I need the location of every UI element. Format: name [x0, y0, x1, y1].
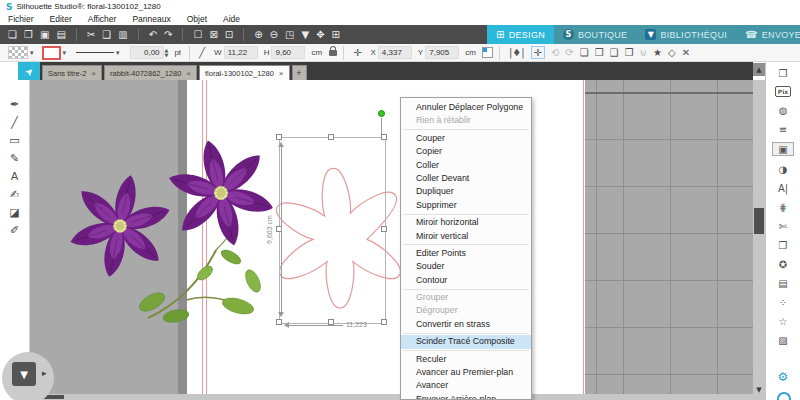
settings-gear-icon[interactable]: ⚙ [766, 370, 800, 384]
undo-icon[interactable]: ↶ [149, 30, 157, 40]
contrast-icon[interactable]: ◑ [773, 163, 793, 175]
cut-icon[interactable]: ✂ [87, 30, 95, 40]
select-same-icon[interactable]: ⊡ [225, 30, 233, 40]
height-input[interactable]: 9,60 [271, 46, 305, 59]
save-icon[interactable]: ▣ [40, 30, 49, 40]
trace-icon[interactable]: ▣ [772, 142, 794, 156]
menubar-item-aide[interactable]: Aide [215, 14, 248, 24]
context-menu-item[interactable]: Coller Devant [401, 172, 531, 185]
sketch-tool[interactable]: ✍ [0, 185, 29, 203]
line-tool[interactable]: ╱ [0, 113, 29, 131]
pan-icon[interactable]: ✥ [316, 30, 324, 40]
selection-handle[interactable] [381, 226, 387, 232]
line-style-select[interactable] [76, 52, 114, 53]
context-menu-item[interactable]: Coller [401, 159, 531, 172]
star-panel-icon[interactable]: ☆ [773, 315, 793, 327]
new-file-icon[interactable]: ❏ [8, 30, 17, 40]
context-menu-item[interactable]: Convertir en strass [401, 318, 531, 331]
line-style-dropdown-icon[interactable]: ▾ [116, 49, 120, 57]
pixscan-icon[interactable]: Pix [775, 86, 791, 97]
knife-panel-icon[interactable]: ✄ [773, 220, 793, 232]
context-menu-item[interactable]: Avancer [401, 379, 531, 392]
move-position-icon[interactable]: ✛ [353, 47, 361, 58]
horizontal-scrollbar[interactable] [30, 394, 753, 400]
selection-box[interactable] [279, 137, 386, 324]
line-color-swatch[interactable] [42, 46, 61, 60]
3d-box-icon[interactable]: ◇ [668, 47, 676, 58]
context-menu-item[interactable]: Couper [401, 132, 531, 145]
text-tool[interactable]: A [0, 167, 29, 185]
scroll-down-button[interactable]: ▼ [753, 383, 765, 396]
tab-close-icon[interactable]: × [186, 69, 191, 78]
text-style-icon[interactable]: A| [773, 182, 793, 194]
drag-zoom-icon[interactable]: ▼ [301, 30, 309, 40]
selection-handle[interactable] [328, 134, 334, 140]
delete-icon[interactable]: ✕ [682, 47, 690, 58]
vertical-scrollbar[interactable]: ▼ [753, 80, 765, 400]
line-segment-icon[interactable]: ╱ [199, 47, 205, 58]
zoom-selection-icon[interactable]: ◳ [285, 30, 294, 40]
x-position-input[interactable]: 4,337 [378, 46, 412, 59]
copy-icon[interactable]: ❑ [102, 30, 111, 40]
context-menu-item[interactable]: Annuler Déplacer Polygone [401, 101, 531, 114]
knife-tool[interactable]: ✐ [0, 221, 29, 239]
context-menu-item[interactable]: Editer Points [401, 247, 531, 260]
move-anchor-icon[interactable]: ✛ [531, 46, 545, 59]
open-file-icon[interactable]: ❒ [24, 30, 33, 40]
paste-icon[interactable]: ▥ [118, 30, 127, 40]
context-menu-item[interactable]: Contour [401, 274, 531, 287]
stroke-width-input[interactable]: 0,00 [130, 46, 164, 59]
vertical-scrollbar-thumb[interactable] [754, 208, 764, 234]
context-menu-item[interactable]: Miroir horizontal [401, 216, 531, 229]
deselect-icon[interactable]: ⊠ [209, 30, 217, 40]
document-tab[interactable]: Sans titre-2× [42, 65, 102, 80]
rectangle-tool[interactable]: ▭ [0, 131, 29, 149]
menubar-item-fichier[interactable]: Fichier [0, 14, 42, 24]
y-position-input[interactable]: 7,905 [425, 46, 459, 59]
context-menu-item[interactable]: Copier [401, 145, 531, 158]
scroll-up-button[interactable]: ▲ [753, 63, 765, 76]
line-color-dropdown-icon[interactable]: ▾ [63, 49, 67, 57]
tab-close-icon[interactable]: × [279, 69, 284, 78]
offset-icon[interactable]: ✪ [773, 258, 793, 270]
zoom-out-icon[interactable]: ⊖ [270, 30, 278, 40]
context-menu-item[interactable]: Supprimer [401, 199, 531, 212]
design-canvas[interactable]: 9,603 cm 11,223 ▼ [30, 80, 765, 400]
context-menu-item[interactable]: Envoyer Arrière-plan [401, 393, 531, 400]
position-anchor-widget[interactable] [482, 47, 493, 58]
selection-handle[interactable] [276, 319, 282, 325]
color-wheel-icon[interactable]: ◍ [773, 104, 793, 116]
stroke-width-stepper[interactable]: ▲▼ [165, 48, 169, 58]
sketch-effects-icon[interactable]: ▤ [773, 277, 793, 289]
menubar-item-panneaux[interactable]: Panneaux [124, 14, 178, 24]
zoom-in-icon[interactable]: ⊕ [254, 30, 262, 40]
width-input[interactable]: 11,22 [224, 46, 258, 59]
selection-handle[interactable] [381, 134, 387, 140]
bring-to-front-icon[interactable]: ❑ [610, 47, 619, 58]
header-tab-envoyer[interactable]: ☎ENVOYER [736, 25, 800, 44]
fit-to-window-icon[interactable]: ⊞ [332, 30, 340, 40]
redo-icon[interactable]: ↷ [164, 30, 172, 40]
header-tab-design[interactable]: ⊞DESIGN [487, 25, 554, 44]
flowers-image[interactable] [68, 173, 173, 279]
move-panel-icon[interactable]: ❒ [773, 239, 793, 251]
print-icon[interactable]: ▤ [56, 30, 65, 40]
context-menu-item[interactable]: Dupliquer [401, 185, 531, 198]
document-tab[interactable]: floral-1300102_1280× [199, 65, 289, 80]
context-menu-item[interactable]: Miroir vertical [401, 230, 531, 243]
send-to-back-icon[interactable]: ❒ [625, 47, 634, 58]
header-tab-boutique[interactable]: SBOUTIQUE [554, 25, 636, 44]
select-all-icon[interactable]: ☐ [193, 30, 202, 40]
panels-icon[interactable]: ❐ [773, 67, 793, 79]
rhinestone-star-icon[interactable]: ★ [653, 47, 662, 58]
eraser-tool[interactable]: ◪ [0, 203, 29, 221]
menubar-item-editer[interactable]: Editer [42, 14, 80, 24]
context-menu-item[interactable]: Avancer au Premier-plan [401, 366, 531, 379]
draw-tool[interactable]: ✎ [0, 149, 29, 167]
rotation-handle[interactable] [378, 110, 385, 117]
context-menu-item[interactable]: Reculer [401, 353, 531, 366]
selection-handle[interactable] [381, 319, 387, 325]
library-button[interactable]: ▼ [12, 362, 36, 386]
selection-handle[interactable] [276, 134, 282, 140]
hatch-fill-icon[interactable]: ▨ [773, 334, 793, 346]
